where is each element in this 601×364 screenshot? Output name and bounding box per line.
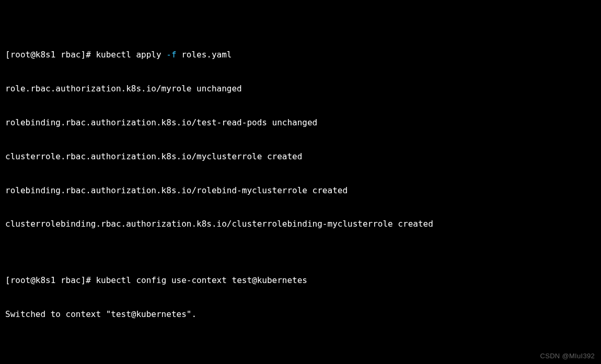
user-host: root@k8s1 [10,50,61,60]
watermark: CSDN @MIuI392 [540,351,595,361]
prompt-open: [ [5,50,10,60]
command-rest: roles.yaml [177,50,232,60]
prompt-path: rbac [61,50,81,60]
output-line: rolebinding.rbac.authorization.k8s.io/te… [5,117,596,128]
output-line: Switched to context "test@kubernetes". [5,309,596,320]
command-text: kubectl apply [96,50,166,60]
output-line: clusterrolebinding.rbac.authorization.k8… [5,218,596,230]
terminal[interactable]: [root@k8s1 rbac]# kubectl apply -f roles… [0,0,601,364]
output-line: clusterrole.rbac.authorization.k8s.io/my… [5,151,596,162]
prompt-line: [root@k8s1 rbac]# kubectl apply -f roles… [5,49,596,61]
prompt-close: ]# [81,50,96,60]
output-line: role.rbac.authorization.k8s.io/myrole un… [5,83,596,95]
output-line: rolebinding.rbac.authorization.k8s.io/ro… [5,185,596,196]
command-text: kubectl config use-context test@kubernet… [96,275,307,285]
prompt-line: [root@k8s1 rbac]# kubectl config use-con… [5,275,596,286]
command-flag: -f [166,50,176,60]
